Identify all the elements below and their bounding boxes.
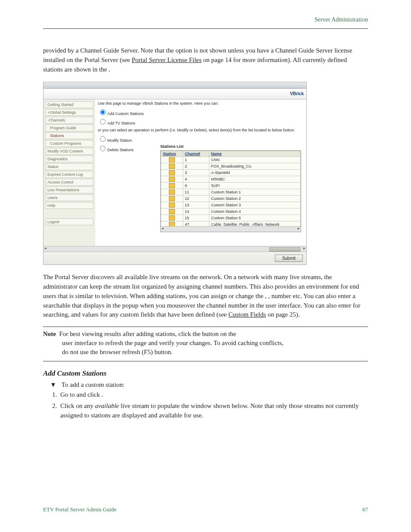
footer-title: ETV Portal Server Admin Guide <box>43 506 116 513</box>
stations-screenshot: VBrick Getting Started+Global Settings-C… <box>43 82 368 265</box>
station-icon <box>169 164 175 169</box>
stations-list-panel: StationChannelName 1CNN2FOX_Broadcasting… <box>160 150 301 232</box>
s1a: Go to <box>60 391 77 398</box>
table-row[interactable]: 2FOX_Broadcasting_Co. <box>161 163 301 170</box>
station-icon <box>169 170 175 175</box>
station-icon <box>169 183 175 188</box>
note-line1b: button on the <box>202 330 236 337</box>
task-intro: ▼To add a custom station: <box>50 381 368 389</box>
stations-table: StationChannelName 1CNN2FOX_Broadcasting… <box>161 151 301 232</box>
sidebar-gap <box>45 210 93 218</box>
table-row[interactable]: 9SciFi <box>161 183 301 189</box>
p1-e: shown in the <box>74 66 109 73</box>
table-row[interactable]: 3A-StanWM <box>161 170 301 176</box>
radio-row: Add TV Stations <box>98 118 304 125</box>
radio-label: Delete Stations <box>107 148 134 152</box>
table-row[interactable]: 13Custom Station 3 <box>161 202 301 208</box>
table-row[interactable]: 4MSNBC <box>161 176 301 183</box>
sidebar-item-access-control[interactable]: Access Control <box>45 179 93 186</box>
portal-server-license-link[interactable]: Portal Server License Files <box>132 56 202 63</box>
station-icon <box>169 202 175 208</box>
table-row[interactable]: 1CNN <box>161 157 301 163</box>
sidebar-item--channels[interactable]: -Channels <box>45 117 93 124</box>
add-custom-stations-heading: Add Custom Stations <box>43 369 368 378</box>
note-line3: do not use the browser refresh (F5) butt… <box>62 348 368 357</box>
table-row[interactable]: 12Custom Station 2 <box>161 196 301 202</box>
section-header: Server Administration <box>43 16 368 23</box>
brand-text: VBrick <box>290 91 304 96</box>
explanation-paragraph: The Portal Server discovers all availabl… <box>43 273 368 320</box>
col-station[interactable]: Station <box>161 151 183 157</box>
channel-cell: 2 <box>183 163 209 170</box>
col-name[interactable]: Name <box>209 151 301 157</box>
sidebar-item-modify-vod-content[interactable]: Modify VOD Content <box>45 148 93 155</box>
radio-modify-station[interactable] <box>100 136 106 142</box>
sidebar-item-expired-content-log[interactable]: Expired Content Log <box>45 171 93 178</box>
p2-c2: , <box>268 292 272 299</box>
p1-b: option is not shown <box>175 47 226 54</box>
inner-horizontal-scrollbar[interactable] <box>161 226 301 232</box>
steps-list: Go to and click . Click on any available… <box>50 390 368 420</box>
sidebar-item-program-guide[interactable]: Program Guide <box>45 124 93 131</box>
mid-instructions: or you can select an operation to perfor… <box>98 128 304 132</box>
channel-cell: 11 <box>183 189 209 196</box>
radio-label: Add Custom Stations <box>107 112 144 116</box>
name-cell: A-StanWM <box>209 170 301 176</box>
outer-horizontal-scrollbar[interactable] <box>44 246 306 252</box>
radio-label: Modify Station <box>107 138 132 143</box>
col-channel[interactable]: Channel <box>183 151 209 157</box>
name-cell: Custom Station 1 <box>209 189 301 196</box>
sidebar: Getting Started+Global Settings-Channels… <box>44 100 95 246</box>
name-cell: FOX_Broadcasting_Co. <box>209 163 301 170</box>
p2-3: that displays in the <box>72 302 122 309</box>
channel-cell: 1 <box>183 157 209 163</box>
sidebar-item-users[interactable]: Users <box>45 194 93 201</box>
stations-list-label: Stations List <box>160 144 184 149</box>
channel-cell: 9 <box>183 183 209 189</box>
s2a: Click on any <box>60 402 95 409</box>
link-portal-1: Portal <box>132 56 147 63</box>
station-icon <box>169 196 175 201</box>
s1b: and click <box>77 391 102 398</box>
radio-add-tv-stations[interactable] <box>100 119 106 124</box>
station-icon <box>169 215 175 221</box>
custom-fields-link[interactable]: Custom Fields <box>228 311 266 318</box>
brand-banner: VBrick <box>44 89 306 100</box>
table-row[interactable]: 14Custom Station 4 <box>161 208 301 215</box>
station-icon <box>169 190 175 195</box>
sidebar-item-custom-programs[interactable]: Custom Programs <box>45 140 93 147</box>
note-line1a: For best viewing results after adding st… <box>59 330 202 337</box>
p2-c1: , <box>265 292 268 299</box>
station-icon-cell <box>161 183 183 189</box>
station-icon-cell <box>161 208 183 215</box>
table-row[interactable]: 15Custom Station 5 <box>161 215 301 221</box>
submit-button[interactable]: Submit <box>275 255 303 262</box>
name-cell: Custom Station 5 <box>209 215 301 221</box>
sidebar-item-help[interactable]: Help <box>45 202 93 209</box>
page-intro: Use this page to manage VBrick Stations … <box>98 101 304 106</box>
sidebar-item--global-settings[interactable]: +Global Settings <box>45 109 93 116</box>
intro-paragraph: provided by a Channel Guide Server. Note… <box>43 46 368 74</box>
logout-button[interactable]: Logout <box>45 218 93 225</box>
station-icon-cell <box>161 176 183 183</box>
scrollbar-thumb[interactable] <box>269 247 300 252</box>
station-icon-cell <box>161 170 183 176</box>
p2-4: popup when you mouseover the channel num… <box>122 302 353 309</box>
station-icon <box>169 157 175 162</box>
sidebar-item-getting-started[interactable]: Getting Started <box>45 101 93 108</box>
sidebar-item-diagnostics[interactable]: Diagnostics <box>45 156 93 162</box>
table-row[interactable]: 11Custom Station 1 <box>161 189 301 196</box>
note-block: Note For best viewing results after addi… <box>43 327 368 361</box>
sidebar-item-stations[interactable]: Stations <box>45 132 93 139</box>
sidebar-item-live-presentations[interactable]: Live Presentations <box>45 187 93 193</box>
station-icon-cell <box>161 163 183 170</box>
sidebar-item-status[interactable]: Status <box>45 163 93 170</box>
radio-add-custom-stations[interactable] <box>100 109 106 115</box>
name-cell: Custom Station 2 <box>209 196 301 202</box>
station-icon <box>169 209 175 214</box>
link-portal-2: Server License Files <box>149 56 201 63</box>
footer-page: 67 <box>362 506 368 513</box>
radio-delete-stations[interactable] <box>100 146 106 151</box>
name-cell: SciFi <box>209 183 301 189</box>
channel-cell: 4 <box>183 176 209 183</box>
